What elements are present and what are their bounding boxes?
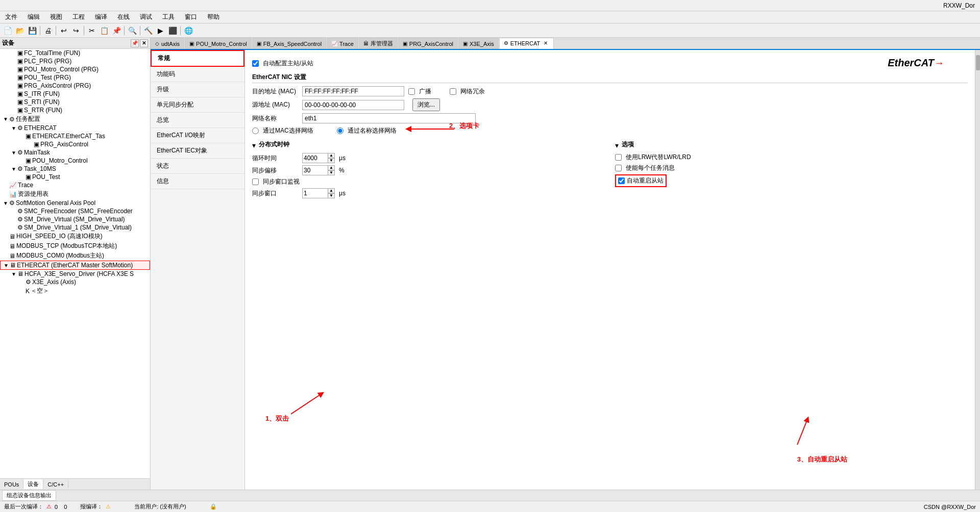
tree-item-empty[interactable]: K＜空＞ [0, 286, 150, 296]
name-select-radio[interactable] [337, 127, 344, 134]
tab-fb_axis[interactable]: ▣FB_Axis_SpeedControl [252, 38, 326, 49]
tree-item-pou_test[interactable]: ▣POU_Test (PRG) [0, 73, 150, 82]
sidebar-tab-设备[interactable]: 设备 [23, 479, 43, 489]
config-nav-6[interactable]: EtherCAT IEC对象 [151, 143, 244, 159]
menu-item-编译[interactable]: 编译 [92, 12, 110, 22]
menu-item-窗口[interactable]: 窗口 [182, 12, 200, 22]
cycle-time-down[interactable]: ▼ [328, 158, 335, 163]
tab-ethercat[interactable]: ⚙ETHERCAT✕ [499, 38, 554, 49]
sync-offset-up[interactable]: ▲ [328, 165, 335, 170]
tree-item-x3e_axis[interactable]: ⚙X3E_Axis (Axis) [0, 278, 150, 286]
tree-item-pou_test2[interactable]: ▣POU_Test [0, 173, 150, 181]
tree-item-resource[interactable]: 📊资源使用表 [0, 189, 150, 199]
config-nav-1[interactable]: 功能码 [151, 67, 244, 82]
tree-item-prg_axis[interactable]: ▣PRG_AxisControl (PRG) [0, 82, 150, 90]
tree-item-s_rtr[interactable]: ▣S_RTR (FUN) [0, 106, 150, 114]
cycle-time-input[interactable] [302, 153, 328, 163]
tree-item-plc_prg[interactable]: ▣PLC_PRG (PRG) [0, 57, 150, 65]
tree-item-sm_drive[interactable]: ⚙SM_Drive_Virtual (SM_Drive_Virtual) [0, 215, 150, 223]
menu-item-调试[interactable]: 调试 [137, 12, 155, 22]
redundancy-checkbox[interactable] [450, 88, 456, 95]
output-tab[interactable]: 组态设备信息输出 [2, 490, 56, 501]
tab-udtAxis[interactable]: ◇udtAxis [151, 38, 184, 49]
cycle-time-spinbox[interactable]: ▲ ▼ [302, 153, 335, 163]
menu-item-视图[interactable]: 视图 [47, 12, 65, 22]
tree-item-maintask[interactable]: ▼⚙MainTask [0, 148, 150, 157]
tree-item-smc_free[interactable]: ⚙SMC_FreeEncoder (SMC_FreeEncoder [0, 207, 150, 215]
tree-item-ethercat_master[interactable]: ▼🖥ETHERCAT (EtherCAT Master SoftMotion) [0, 261, 150, 270]
scroll-thumb[interactable] [976, 55, 980, 70]
config-nav-5[interactable]: EtherCAT I/O映射 [151, 128, 244, 143]
tree-item-task_config[interactable]: ▼⚙任务配置 [0, 114, 150, 124]
tab-prg_axis[interactable]: ▣PRG_AxisControl [398, 38, 458, 49]
toolbar-save[interactable]: 💾 [27, 25, 38, 36]
tree-item-modbus_com0[interactable]: 🖥MODBUS_COM0 (Modbus主站) [0, 251, 150, 261]
config-nav-7[interactable]: 状态 [151, 159, 244, 174]
config-nav-3[interactable]: 单元同步分配 [151, 97, 244, 113]
sync-window-input[interactable] [302, 188, 328, 198]
toolbar-online[interactable]: 🌐 [183, 25, 194, 36]
sync-offset-input[interactable] [302, 165, 328, 175]
network-name-input[interactable] [302, 113, 476, 123]
options-collapse-icon[interactable]: ▾ [615, 141, 619, 149]
sidebar-close-btn[interactable]: ✕ [140, 39, 148, 47]
toolbar-undo[interactable]: ↩ [58, 25, 69, 36]
config-nav-0[interactable]: 常规 [151, 50, 244, 67]
tree-item-high_speed[interactable]: 🖥HIGH_SPEED_IO (高速IO模块) [0, 232, 150, 241]
toolbar-run[interactable]: ▶ [155, 25, 166, 36]
tab-pou_motro[interactable]: ▣POU_Motro_Control [185, 38, 252, 49]
tree-item-s_itr[interactable]: ▣S_ITR (FUN) [0, 90, 150, 98]
config-scrollbar[interactable] [975, 50, 980, 490]
sidebar-tab-C/C++[interactable]: C/C++ [43, 480, 68, 489]
tree-item-hcfa_servo[interactable]: ▼🖥HCFA_X3E_Servo_Driver (HCFA X3E S [0, 270, 150, 278]
toolbar-redo[interactable]: ↪ [70, 25, 82, 36]
menu-item-工程[interactable]: 工程 [69, 12, 88, 22]
sync-window-up[interactable]: ▲ [328, 188, 335, 193]
menu-item-编辑[interactable]: 编辑 [24, 12, 43, 22]
tab-lib_mgr[interactable]: 🏛库管理器 [359, 38, 398, 49]
menu-item-在线[interactable]: 在线 [114, 12, 133, 22]
dist-clock-collapse-icon[interactable]: ▾ [252, 141, 256, 149]
toolbar-print[interactable]: 🖨 [42, 25, 54, 36]
tree-item-sm_drive1[interactable]: ⚙SM_Drive_Virtual_1 (SM_Drive_Virtual) [0, 223, 150, 232]
sidebar-tab-POUs[interactable]: POUs [0, 480, 23, 489]
toolbar-paste[interactable]: 📌 [111, 25, 122, 36]
tree-item-ethercat_task[interactable]: ▣ETHERCAT.EtherCAT_Tas [0, 132, 150, 140]
sync-offset-spinbox[interactable]: ▲ ▼ [302, 165, 335, 175]
mac-select-radio[interactable] [252, 127, 259, 134]
sync-window-down[interactable]: ▼ [328, 193, 335, 198]
tree-item-prg_axis2[interactable]: ▣PRG_AxisControl [0, 140, 150, 148]
tab-close-ethercat[interactable]: ✕ [542, 40, 549, 47]
config-nav-8[interactable]: 信息 [151, 174, 244, 189]
tree-item-modbus_tcp[interactable]: 🖥MODBUS_TCP (ModbusTCP本地站) [0, 241, 150, 251]
tree-item-ethercat_root[interactable]: ▼⚙ETHERCAT [0, 124, 150, 132]
toolbar-new[interactable]: 📄 [2, 25, 13, 36]
menu-item-工具[interactable]: 工具 [159, 12, 178, 22]
tree-item-fc_total[interactable]: ▣FC_TotalTime (FUN) [0, 49, 150, 57]
auto-restart-checkbox[interactable] [618, 177, 625, 184]
dest-mac-input[interactable] [302, 86, 404, 96]
src-mac-input[interactable] [302, 100, 404, 110]
sync-offset-down[interactable]: ▼ [328, 170, 335, 175]
toolbar-stop[interactable]: ⬛ [167, 25, 178, 36]
tree-item-softmotion[interactable]: ▼⚙SoftMotion General Axis Pool [0, 199, 150, 207]
toolbar-cut[interactable]: ✂ [86, 25, 97, 36]
tab-trace[interactable]: 📈Trace [327, 38, 358, 49]
sync-window-monitor-checkbox[interactable] [252, 178, 259, 185]
config-nav-2[interactable]: 升级 [151, 82, 244, 97]
tree-item-trace[interactable]: 📈Trace [0, 181, 150, 189]
enable-task-msg-checkbox[interactable] [615, 165, 622, 171]
cycle-time-up[interactable]: ▲ [328, 153, 335, 158]
toolbar-copy[interactable]: 📋 [99, 25, 110, 36]
sidebar-content[interactable]: ▣FC_TotalTime (FUN)▣PLC_PRG (PRG)▣POU_Mo… [0, 49, 150, 478]
toolbar-open[interactable]: 📂 [14, 25, 26, 36]
tree-item-pou_motro2[interactable]: ▣POU_Motro_Control [0, 157, 150, 165]
tree-item-task_10ms[interactable]: ▼⚙Task_10MS [0, 165, 150, 173]
menu-item-文件[interactable]: 文件 [2, 12, 20, 22]
sync-window-spinbox[interactable]: ▲ ▼ [302, 188, 335, 198]
tab-x3e_axis[interactable]: ▣X3E_Axis [458, 38, 499, 49]
tree-item-s_rti[interactable]: ▣S_RTI (FUN) [0, 98, 150, 106]
toolbar-find[interactable]: 🔍 [127, 25, 138, 36]
config-nav-4[interactable]: 总览 [151, 113, 244, 128]
tree-item-pou_motro[interactable]: ▣POU_Motro_Control (PRG) [0, 65, 150, 73]
